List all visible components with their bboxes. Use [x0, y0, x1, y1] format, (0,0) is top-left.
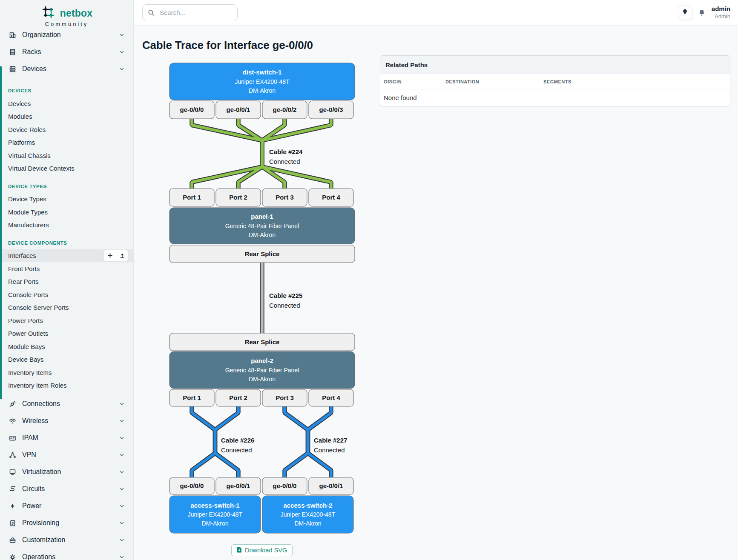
sidebar-item-circuits[interactable]: Circuits [0, 480, 133, 497]
port-panel1-3[interactable]: Port 3 [262, 189, 307, 206]
sidebar-item-rear-ports[interactable]: Rear Ports [0, 275, 133, 289]
port-dist-ge-0-0-2[interactable]: ge-0/0/2 [262, 101, 307, 119]
port-access2-ge-0-0-0[interactable]: ge-0/0/0 [262, 477, 307, 494]
port-panel2-3[interactable]: Port 3 [262, 389, 307, 406]
port-access1-ge-0-0-1[interactable]: ge-0/0/1 [216, 477, 261, 494]
sidebar-item-operations[interactable]: Operations [0, 549, 133, 560]
sidebar-item-console-server-ports[interactable]: Console Server Ports [0, 301, 133, 314]
cable-224-label[interactable]: Cable #224 Connected [269, 148, 303, 165]
port-panel2-rear-splice[interactable]: Rear Splice [169, 333, 355, 351]
chevron-down-icon [120, 471, 124, 473]
svg-text:Rear Splice: Rear Splice [245, 338, 280, 346]
sidebar-item-wireless[interactable]: Wireless [0, 412, 133, 429]
svg-text:ge-0/0/0: ge-0/0/0 [180, 106, 204, 113]
cable-226-label[interactable]: Cable #226 Connected [221, 437, 254, 454]
svg-text:dist-switch-1: dist-switch-1 [243, 69, 282, 76]
sidebar-item-platforms[interactable]: Platforms [0, 136, 133, 149]
svg-text:access-switch-1: access-switch-1 [190, 502, 239, 509]
sidebar-item-customization[interactable]: Customization [0, 531, 133, 549]
port-panel1-4[interactable]: Port 4 [309, 189, 353, 206]
column-destination: DESTINATION [442, 79, 540, 84]
sidebar-item-virtual-device-contexts[interactable]: Virtual Device Contexts [0, 162, 133, 175]
section-header-devices: DEVICES [0, 84, 133, 97]
svg-text:Connected: Connected [269, 302, 300, 309]
sidebar-item-module-bays[interactable]: Module Bays [0, 340, 133, 353]
sidebar-item-inventory-items[interactable]: Inventory Items [0, 366, 133, 379]
column-segments: SEGMENTS [540, 79, 730, 84]
sidebar-item-ipam[interactable]: IPAM [0, 429, 133, 446]
logo[interactable]: netbox Community [0, 0, 133, 26]
svg-text:Port 3: Port 3 [276, 394, 294, 401]
sidebar-item-device-bays[interactable]: Device Bays [0, 353, 133, 366]
add-interface-button[interactable] [104, 250, 116, 261]
active-section-indicator [0, 66, 2, 399]
chevron-down-icon [120, 403, 124, 405]
node-dist-switch-1[interactable]: dist-switch-1 Juniper EX4200-48T DM-Akro… [169, 63, 355, 100]
notifications-bell-icon[interactable] [698, 9, 706, 17]
cable-227-label[interactable]: Cable #227 Connected [314, 437, 347, 454]
chevron-down-icon [120, 539, 124, 541]
sidebar-item-devices[interactable]: Devices [0, 60, 133, 77]
sidebar-item-organization[interactable]: Organization [0, 26, 133, 43]
sidebar-item-console-ports[interactable]: Console Ports [0, 288, 133, 301]
sidebar-item-manufacturers[interactable]: Manufacturers [0, 219, 133, 232]
address-card-icon [9, 434, 17, 442]
lightbulb-icon [682, 9, 688, 17]
sidebar-item-interfaces[interactable]: Interfaces [0, 249, 133, 263]
node-access-switch-1[interactable]: access-switch-1 Juniper EX4200-48T DM-Ak… [169, 496, 261, 533]
chevron-down-icon [120, 488, 124, 490]
sidebar-item-inventory-item-roles[interactable]: Inventory Item Roles [0, 379, 133, 392]
sidebar-item-power[interactable]: Power [0, 497, 133, 514]
port-panel2-2[interactable]: Port 2 [216, 389, 261, 406]
port-panel2-4[interactable]: Port 4 [309, 389, 353, 406]
file-download-icon [237, 547, 242, 554]
rack-icon [9, 49, 17, 56]
sidebar-item-power-ports[interactable]: Power Ports [0, 314, 133, 327]
svg-text:Cable #227: Cable #227 [314, 437, 347, 444]
sidebar-item-vpn[interactable]: VPN [0, 446, 133, 463]
port-panel2-1[interactable]: Port 1 [169, 389, 214, 406]
bolt-icon [9, 503, 17, 510]
sidebar-item-device-roles[interactable]: Device Roles [0, 123, 133, 136]
svg-text:Juniper EX4200-48T: Juniper EX4200-48T [188, 511, 243, 518]
cable-225-label[interactable]: Cable #225 Connected [269, 292, 302, 309]
sidebar-item-devices-list[interactable]: Devices [0, 97, 133, 110]
port-dist-ge-0-0-0[interactable]: ge-0/0/0 [169, 101, 214, 119]
node-panel-2[interactable]: panel-2 Generic 48-Pair Fiber Panel DM-A… [169, 351, 355, 389]
sidebar-item-module-types[interactable]: Module Types [0, 206, 133, 219]
node-access-switch-2[interactable]: access-switch-2 Juniper EX4200-48T DM-Ak… [262, 496, 353, 533]
section-header-device-types: DEVICE TYPES [0, 180, 133, 193]
sidebar-item-racks[interactable]: Racks [0, 43, 133, 60]
download-svg-button[interactable]: Download SVG [231, 544, 293, 556]
user-menu[interactable]: admin Admin [712, 5, 730, 20]
port-access2-ge-0-0-1[interactable]: ge-0/0/1 [309, 477, 353, 494]
node-panel-1[interactable]: panel-1 Generic 48-Pair Fiber Panel DM-A… [169, 208, 355, 244]
port-panel1-1[interactable]: Port 1 [169, 189, 214, 206]
sidebar-item-virtual-chassis[interactable]: Virtual Chassis [0, 149, 133, 162]
sidebar-item-front-ports[interactable]: Front Ports [0, 262, 133, 275]
sidebar-item-virtualization[interactable]: Virtualization [0, 463, 133, 480]
port-panel1-rear-splice[interactable]: Rear Splice [169, 245, 355, 263]
port-access1-ge-0-0-0[interactable]: ge-0/0/0 [169, 477, 214, 494]
svg-text:ge-0/0/3: ge-0/0/3 [319, 106, 343, 113]
port-dist-ge-0-0-3[interactable]: ge-0/0/3 [309, 101, 353, 119]
svg-text:Port 1: Port 1 [183, 194, 201, 201]
sidebar-item-power-outlets[interactable]: Power Outlets [0, 327, 133, 340]
theme-toggle-button[interactable] [678, 6, 692, 20]
chevron-down-icon [120, 505, 124, 507]
import-interfaces-button[interactable] [116, 250, 128, 261]
svg-text:Rear Splice: Rear Splice [245, 250, 280, 257]
sidebar-item-provisioning[interactable]: Provisioning [0, 514, 133, 531]
building-icon [9, 31, 17, 39]
svg-text:Juniper EX4200-48T: Juniper EX4200-48T [281, 511, 336, 518]
svg-text:access-switch-2: access-switch-2 [283, 502, 332, 509]
sidebar-item-device-types[interactable]: Device Types [0, 193, 133, 206]
port-dist-ge-0-0-1[interactable]: ge-0/0/1 [216, 101, 261, 119]
search-input[interactable] [142, 4, 238, 21]
sidebar-item-connections[interactable]: Connections [0, 395, 133, 412]
sidebar-item-modules[interactable]: Modules [0, 110, 133, 123]
cable-224[interactable] [192, 119, 331, 189]
svg-text:ge-0/0/1: ge-0/0/1 [227, 482, 250, 489]
port-panel1-2[interactable]: Port 2 [216, 189, 261, 206]
column-origin: ORIGIN [380, 79, 442, 84]
